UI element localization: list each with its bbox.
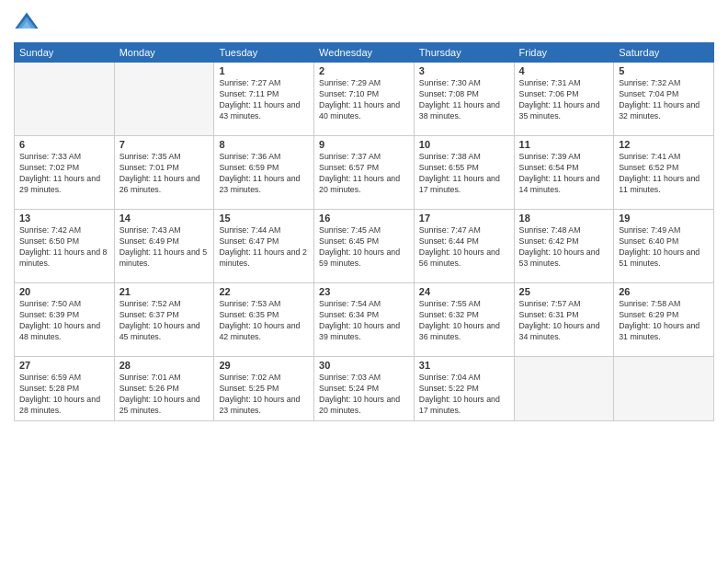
calendar-cell — [614, 357, 714, 421]
calendar-cell: 6Sunrise: 7:33 AM Sunset: 7:02 PM Daylig… — [15, 136, 115, 210]
calendar-header-tuesday: Tuesday — [214, 43, 314, 63]
day-number: 14 — [119, 213, 210, 224]
calendar-header-sunday: Sunday — [15, 43, 115, 63]
day-number: 8 — [219, 139, 309, 150]
cell-content: Sunrise: 7:47 AM Sunset: 6:44 PM Dayligh… — [419, 225, 509, 270]
cell-content: Sunrise: 7:27 AM Sunset: 7:11 PM Dayligh… — [219, 78, 309, 122]
calendar-cell: 30Sunrise: 7:03 AM Sunset: 5:24 PM Dayli… — [314, 357, 415, 421]
day-number: 7 — [119, 139, 210, 150]
day-number: 2 — [319, 65, 409, 76]
cell-content: Sunrise: 7:58 AM Sunset: 6:29 PM Dayligh… — [619, 299, 709, 343]
calendar-week-5: 27Sunrise: 6:59 AM Sunset: 5:28 PM Dayli… — [15, 357, 714, 421]
day-number: 13 — [19, 213, 109, 224]
calendar-cell: 1Sunrise: 7:27 AM Sunset: 7:11 PM Daylig… — [214, 63, 314, 136]
calendar-header-saturday: Saturday — [614, 43, 714, 63]
day-number: 21 — [119, 286, 210, 297]
calendar-cell: 25Sunrise: 7:57 AM Sunset: 6:31 PM Dayli… — [514, 283, 614, 357]
calendar-cell — [114, 63, 214, 136]
cell-content: Sunrise: 7:33 AM Sunset: 7:02 PM Dayligh… — [19, 152, 109, 196]
calendar-cell: 29Sunrise: 7:02 AM Sunset: 5:25 PM Dayli… — [214, 357, 314, 421]
calendar-cell: 10Sunrise: 7:38 AM Sunset: 6:55 PM Dayli… — [414, 136, 514, 210]
calendar-cell: 8Sunrise: 7:36 AM Sunset: 6:59 PM Daylig… — [214, 136, 314, 210]
day-number: 24 — [419, 286, 509, 297]
calendar-week-3: 13Sunrise: 7:42 AM Sunset: 6:50 PM Dayli… — [15, 210, 714, 283]
day-number: 19 — [619, 213, 709, 224]
day-number: 23 — [319, 286, 409, 297]
cell-content: Sunrise: 7:38 AM Sunset: 6:55 PM Dayligh… — [419, 152, 509, 196]
day-number: 28 — [119, 360, 210, 371]
cell-content: Sunrise: 7:50 AM Sunset: 6:39 PM Dayligh… — [19, 299, 109, 343]
calendar-cell: 26Sunrise: 7:58 AM Sunset: 6:29 PM Dayli… — [614, 283, 714, 357]
day-number: 18 — [519, 213, 609, 224]
calendar-cell: 5Sunrise: 7:32 AM Sunset: 7:04 PM Daylig… — [614, 63, 714, 136]
cell-content: Sunrise: 7:42 AM Sunset: 6:50 PM Dayligh… — [19, 225, 109, 270]
day-number: 4 — [519, 65, 609, 76]
calendar-cell: 21Sunrise: 7:52 AM Sunset: 6:37 PM Dayli… — [114, 283, 214, 357]
calendar-cell: 4Sunrise: 7:31 AM Sunset: 7:06 PM Daylig… — [514, 63, 614, 136]
day-number: 30 — [319, 360, 409, 371]
cell-content: Sunrise: 7:29 AM Sunset: 7:10 PM Dayligh… — [319, 78, 409, 122]
calendar-cell: 28Sunrise: 7:01 AM Sunset: 5:26 PM Dayli… — [114, 357, 214, 421]
cell-content: Sunrise: 7:36 AM Sunset: 6:59 PM Dayligh… — [219, 152, 309, 196]
calendar-cell — [514, 357, 614, 421]
calendar-header-row: SundayMondayTuesdayWednesdayThursdayFrid… — [15, 43, 714, 63]
cell-content: Sunrise: 7:35 AM Sunset: 7:01 PM Dayligh… — [119, 152, 210, 196]
cell-content: Sunrise: 7:57 AM Sunset: 6:31 PM Dayligh… — [519, 299, 609, 343]
cell-content: Sunrise: 7:44 AM Sunset: 6:47 PM Dayligh… — [219, 225, 309, 270]
calendar-cell: 2Sunrise: 7:29 AM Sunset: 7:10 PM Daylig… — [314, 63, 415, 136]
cell-content: Sunrise: 7:45 AM Sunset: 6:45 PM Dayligh… — [319, 225, 409, 270]
calendar-cell: 18Sunrise: 7:48 AM Sunset: 6:42 PM Dayli… — [514, 210, 614, 283]
cell-content: Sunrise: 7:04 AM Sunset: 5:22 PM Dayligh… — [419, 373, 509, 417]
page: SundayMondayTuesdayWednesdayThursdayFrid… — [0, 0, 728, 563]
day-number: 11 — [519, 139, 609, 150]
cell-content: Sunrise: 7:55 AM Sunset: 6:32 PM Dayligh… — [419, 299, 509, 343]
day-number: 3 — [419, 65, 509, 76]
calendar-cell: 23Sunrise: 7:54 AM Sunset: 6:34 PM Dayli… — [314, 283, 415, 357]
day-number: 29 — [219, 360, 309, 371]
calendar-cell: 20Sunrise: 7:50 AM Sunset: 6:39 PM Dayli… — [15, 283, 115, 357]
day-number: 16 — [319, 213, 409, 224]
calendar-header-friday: Friday — [514, 43, 614, 63]
calendar-cell: 31Sunrise: 7:04 AM Sunset: 5:22 PM Dayli… — [414, 357, 514, 421]
day-number: 6 — [19, 139, 109, 150]
day-number: 17 — [419, 213, 509, 224]
logo — [14, 9, 43, 35]
calendar-week-1: 1Sunrise: 7:27 AM Sunset: 7:11 PM Daylig… — [15, 63, 714, 136]
cell-content: Sunrise: 7:48 AM Sunset: 6:42 PM Dayligh… — [519, 225, 609, 270]
calendar-cell: 7Sunrise: 7:35 AM Sunset: 7:01 PM Daylig… — [114, 136, 214, 210]
calendar-header-monday: Monday — [114, 43, 214, 63]
cell-content: Sunrise: 7:52 AM Sunset: 6:37 PM Dayligh… — [119, 299, 210, 343]
calendar-cell: 13Sunrise: 7:42 AM Sunset: 6:50 PM Dayli… — [15, 210, 115, 283]
calendar-cell: 9Sunrise: 7:37 AM Sunset: 6:57 PM Daylig… — [314, 136, 415, 210]
cell-content: Sunrise: 7:30 AM Sunset: 7:08 PM Dayligh… — [419, 78, 509, 122]
calendar-cell: 24Sunrise: 7:55 AM Sunset: 6:32 PM Dayli… — [414, 283, 514, 357]
cell-content: Sunrise: 7:31 AM Sunset: 7:06 PM Dayligh… — [519, 78, 609, 122]
calendar-cell: 16Sunrise: 7:45 AM Sunset: 6:45 PM Dayli… — [314, 210, 415, 283]
header — [14, 9, 714, 35]
day-number: 20 — [19, 286, 109, 297]
logo-icon — [14, 9, 40, 35]
calendar-cell: 15Sunrise: 7:44 AM Sunset: 6:47 PM Dayli… — [214, 210, 314, 283]
day-number: 15 — [219, 213, 309, 224]
calendar-header-thursday: Thursday — [414, 43, 514, 63]
day-number: 27 — [19, 360, 109, 371]
calendar-cell: 14Sunrise: 7:43 AM Sunset: 6:49 PM Dayli… — [114, 210, 214, 283]
cell-content: Sunrise: 7:53 AM Sunset: 6:35 PM Dayligh… — [219, 299, 309, 343]
calendar-cell: 12Sunrise: 7:41 AM Sunset: 6:52 PM Dayli… — [614, 136, 714, 210]
day-number: 5 — [619, 65, 709, 76]
cell-content: Sunrise: 6:59 AM Sunset: 5:28 PM Dayligh… — [19, 373, 109, 417]
calendar-header-wednesday: Wednesday — [314, 43, 415, 63]
calendar-cell: 22Sunrise: 7:53 AM Sunset: 6:35 PM Dayli… — [214, 283, 314, 357]
day-number: 12 — [619, 139, 709, 150]
day-number: 22 — [219, 286, 309, 297]
day-number: 26 — [619, 286, 709, 297]
cell-content: Sunrise: 7:54 AM Sunset: 6:34 PM Dayligh… — [319, 299, 409, 343]
cell-content: Sunrise: 7:03 AM Sunset: 5:24 PM Dayligh… — [319, 373, 409, 417]
cell-content: Sunrise: 7:41 AM Sunset: 6:52 PM Dayligh… — [619, 152, 709, 196]
day-number: 10 — [419, 139, 509, 150]
calendar-week-4: 20Sunrise: 7:50 AM Sunset: 6:39 PM Dayli… — [15, 283, 714, 357]
calendar-cell — [15, 63, 115, 136]
cell-content: Sunrise: 7:43 AM Sunset: 6:49 PM Dayligh… — [119, 225, 210, 270]
day-number: 25 — [519, 286, 609, 297]
calendar-cell: 3Sunrise: 7:30 AM Sunset: 7:08 PM Daylig… — [414, 63, 514, 136]
